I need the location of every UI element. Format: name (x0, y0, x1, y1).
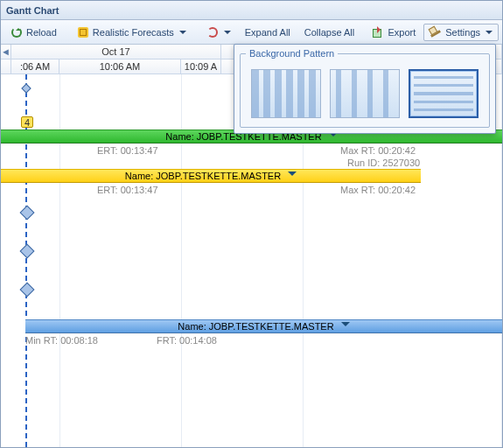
export-label: Export (388, 27, 416, 38)
forecasts-label: Realistic Forecasts (93, 27, 174, 38)
task-label: Name: JOBP.TESTKETTE.MASTER (125, 171, 281, 181)
export-icon (372, 26, 384, 38)
tick-label: :06 AM (20, 61, 50, 72)
toolbar: Reload Realistic Forecasts Expand All Co… (1, 20, 502, 45)
tick-label: 10:06 AM (100, 61, 140, 72)
settings-label: Settings (445, 27, 480, 38)
chevron-down-icon (486, 31, 493, 38)
nav-left-icon: ◄ (1, 46, 10, 57)
maxrt-label: Max RT: 00:20:42 (340, 185, 416, 195)
reload-icon (10, 26, 23, 38)
pattern-option-vertical-sparse[interactable] (330, 69, 400, 118)
runid-label: Run ID: 2527030 (347, 158, 420, 168)
refresh-menu[interactable] (200, 24, 237, 41)
forecast-icon (77, 26, 89, 38)
settings-icon (430, 26, 442, 38)
timeline-tick: :06 AM (11, 60, 59, 74)
expand-all-button[interactable]: Expand All (239, 24, 297, 40)
pattern-options (246, 66, 484, 118)
pattern-option-vertical-dense[interactable] (251, 69, 321, 118)
chevron-down-icon (341, 322, 350, 331)
minrt-label: Min RT: 00:08:18 (25, 335, 98, 346)
settings-dropdown[interactable]: Settings (423, 24, 499, 41)
timeline-nav-left[interactable]: ◄ (1, 45, 11, 59)
separator (66, 24, 67, 40)
refresh-icon (206, 26, 219, 38)
task-bar-blue[interactable]: Name: JOBP.TESTKETTE.MASTER (25, 319, 502, 333)
timeline-date-label: Oct 17 (101, 46, 129, 57)
task-bar-yellow[interactable]: Name: JOBP.TESTKETTE.MASTER (1, 169, 421, 183)
collapse-all-label: Collapse All (304, 27, 354, 38)
window-titlebar: Gantt Chart (1, 1, 502, 20)
timeline-date: Oct 17 (11, 45, 221, 59)
ert-label: ERT: 00:13:47 (97, 145, 158, 156)
count-marker[interactable]: 4 (21, 116, 33, 128)
popup-title: Background Pattern (246, 48, 338, 59)
popup-fieldset: Background Pattern (240, 48, 490, 128)
window-title: Gantt Chart (6, 5, 59, 16)
chevron-down-icon (224, 31, 231, 38)
count-label: 4 (24, 117, 30, 128)
chevron-down-icon (288, 172, 297, 180)
timeline-tick: 10:06 AM (59, 60, 181, 74)
maxrt-label: Max RT: 00:20:42 (340, 145, 416, 156)
collapse-all-button[interactable]: Collapse All (298, 24, 360, 40)
forecasts-dropdown[interactable]: Realistic Forecasts (71, 24, 192, 41)
pattern-option-horizontal[interactable] (409, 69, 479, 118)
frt-label: FRT: 00:14:08 (157, 335, 217, 346)
export-button[interactable]: Export (366, 24, 422, 41)
separator (196, 24, 197, 40)
task-label: Name: JOBP.TESTKETTE.MASTER (178, 321, 333, 332)
reload-button[interactable]: Reload (4, 24, 63, 41)
timeline-tick: 10:09 A (181, 60, 221, 74)
reload-label: Reload (26, 27, 57, 38)
expand-all-label: Expand All (245, 27, 290, 38)
ert-label: ERT: 00:13:47 (97, 185, 158, 195)
tick-label: 10:09 A (185, 61, 217, 72)
chevron-down-icon (179, 31, 186, 38)
timeline-nav-left-2[interactable] (1, 60, 11, 74)
background-pattern-popup: Background Pattern (234, 44, 496, 134)
